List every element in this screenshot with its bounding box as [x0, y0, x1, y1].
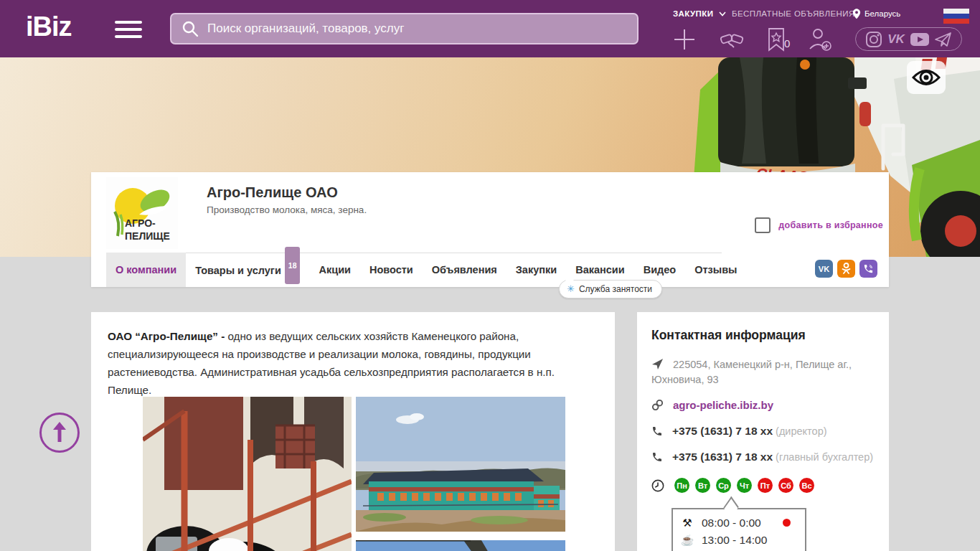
favorite-checkbox[interactable] [755, 217, 771, 233]
youtube-icon[interactable] [910, 32, 930, 47]
photo-construction-crane[interactable] [356, 540, 565, 551]
day-tuesday[interactable]: Вт [695, 478, 710, 493]
chevron-down-icon [719, 11, 726, 17]
search-input[interactable] [207, 22, 627, 36]
company-tabs: О компании Товары и услуги18 Акции Новос… [91, 253, 889, 287]
closed-status-dot [783, 519, 791, 527]
tab-promotions[interactable]: Акции [309, 253, 359, 287]
website-link[interactable]: agro-peliche.ibiz.by [673, 399, 773, 411]
products-count-badge: 18 [285, 247, 301, 284]
add-to-favorites[interactable]: добавить в избранное [755, 217, 883, 233]
app-header: iBiz ЗАКУПКИ БЕСПЛАТНЫЕ ОБЪЯВЛЕНИЯ Белар… [0, 0, 980, 57]
day-thursday[interactable]: Чт [737, 478, 752, 493]
arrow-up-icon [51, 422, 68, 443]
company-social-links: VK [815, 260, 877, 278]
country-selector[interactable]: Беларусь [852, 8, 900, 19]
phone-icon [651, 425, 663, 437]
logo-text-line1: АГРО- [125, 217, 156, 229]
zakupki-menu[interactable]: ЗАКУПКИ [673, 9, 726, 18]
search-bar [170, 13, 639, 44]
photo-farm-building[interactable] [356, 397, 565, 532]
favorites-count: 0 [784, 37, 790, 50]
viber-icon[interactable] [859, 260, 877, 278]
phone-row-accountant: +375 (1631) 7 18 xx (главный бухгалтер) [651, 449, 875, 465]
tab-reviews[interactable]: Отзывы [685, 253, 746, 287]
day-sunday[interactable]: Вс [799, 478, 814, 493]
odnoklassniki-icon[interactable] [837, 260, 855, 278]
work-tools-icon: ⚒ [680, 514, 694, 532]
search-icon [182, 20, 199, 37]
day-saturday[interactable]: Сб [778, 478, 793, 493]
tab-ads[interactable]: Объявления [423, 253, 507, 287]
phone-row-director: +375 (1631) 7 18 xx (директор) [651, 423, 875, 439]
instagram-icon[interactable] [865, 31, 882, 48]
link-icon [651, 399, 664, 411]
company-tagline: Производство молока, мяса, зерна. [207, 204, 367, 215]
about-text: ОАО “Агро-Пелище” - одно из ведущих сель… [108, 327, 598, 399]
company-card: АГРО- ПЕЛИЩЕ Агро-Пелище ОАО Производств… [91, 172, 889, 287]
tab-news[interactable]: Новости [360, 253, 423, 287]
contact-info-card: Контактная информация 225054, Каменецкий… [637, 312, 889, 551]
hamburger-menu-icon[interactable] [115, 21, 142, 38]
logo-text-line2: ПЕЛИЩЕ [125, 230, 170, 242]
tab-products[interactable]: Товары и услуги18 [186, 253, 309, 287]
schedule-popup: ⚒ 08:00 - 0:00 ☕ 13:00 - 14:00 [672, 508, 806, 551]
eye-icon [912, 68, 941, 87]
favorite-label: добавить в избранное [778, 220, 883, 230]
add-user-button[interactable] [805, 27, 834, 52]
coffee-break-icon: ☕ [680, 532, 694, 549]
back-to-top-button[interactable] [39, 413, 80, 453]
add-plus-button[interactable] [670, 27, 699, 52]
address-row: 225054, Каменецкий р-н, Пелище аг., Юхно… [651, 357, 875, 387]
free-ads-link[interactable]: БЕСПЛАТНЫЕ ОБЪЯВЛЕНИЯ [732, 9, 855, 18]
employment-service-icon: ✳ [567, 283, 575, 294]
employment-service-label: Служба занятости [579, 284, 652, 294]
phone-icon [651, 451, 663, 463]
company-logo: АГРО- ПЕЛИЩЕ [106, 177, 178, 249]
tab-about[interactable]: О компании [106, 253, 186, 287]
day-monday[interactable]: Пн [674, 478, 689, 493]
telegram-icon[interactable] [935, 32, 952, 47]
website-row: agro-peliche.ibiz.by [651, 397, 875, 413]
day-wednesday[interactable]: Ср [716, 478, 731, 493]
vk-share-icon[interactable]: VK [815, 260, 833, 278]
working-days-row: Пн Вт Ср Чт Пт Сб Вс [651, 478, 875, 493]
views-eye-button[interactable] [907, 61, 946, 94]
tab-zakupki[interactable]: Закупки [507, 253, 566, 287]
employment-service-tooltip: ✳ Служба занятости [559, 280, 662, 298]
phone-number[interactable]: +375 (1631) 7 18 xx [672, 451, 773, 463]
location-pin-icon [852, 8, 861, 19]
page: iBiz ЗАКУПКИ БЕСПЛАТНЫЕ ОБЪЯВЛЕНИЯ Белар… [0, 0, 980, 551]
about-section: ОАО “Агро-Пелище” - одно из ведущих сель… [91, 312, 615, 551]
address-text: 225054, Каменецкий р-н, Пелище аг., Юхно… [651, 359, 852, 385]
phone-note: (главный бухгалтер) [776, 451, 873, 463]
header-social-links: VK [855, 27, 962, 51]
handshake-partners-button[interactable] [717, 27, 746, 52]
vk-icon[interactable]: VK [887, 32, 905, 47]
russian-flag-icon[interactable] [943, 9, 969, 24]
country-label: Беларусь [864, 9, 900, 18]
photo-cow-barn[interactable] [143, 397, 352, 551]
break-hours: 13:00 - 14:00 [702, 532, 767, 549]
contact-title: Контактная информация [651, 328, 875, 343]
navigation-arrow-icon [651, 358, 664, 370]
phone-number[interactable]: +375 (1631) 7 18 xx [672, 425, 773, 437]
day-friday[interactable]: Пт [758, 478, 773, 493]
clock-icon [651, 479, 664, 492]
company-name: Агро-Пелище ОАО [207, 184, 338, 201]
phone-note: (директор) [776, 425, 826, 437]
zakupki-label: ЗАКУПКИ [673, 9, 713, 18]
work-hours: 08:00 - 0:00 [702, 514, 761, 532]
photo-gallery [143, 397, 565, 551]
ibiz-logo[interactable]: iBiz [26, 11, 72, 42]
